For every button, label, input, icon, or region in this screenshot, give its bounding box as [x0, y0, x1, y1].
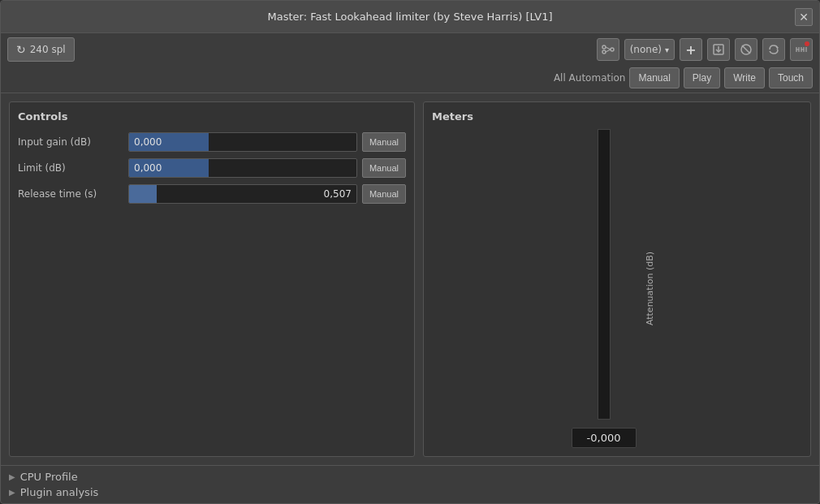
add-icon: +	[685, 42, 696, 58]
cpu-profile-label: CPU Profile	[20, 471, 78, 483]
automation-label: All Automation	[554, 72, 626, 84]
spl-value: 240 spl	[30, 44, 66, 55]
control-row-release: Release time (s) 0,507 Manual	[18, 184, 406, 204]
control-slider-limit[interactable]: 0,000	[128, 158, 357, 178]
plugin-analysis-chevron: ▶	[9, 488, 15, 497]
bypass-button[interactable]	[735, 38, 757, 61]
svg-line-8	[742, 45, 750, 54]
record-dot	[805, 41, 809, 46]
automation-manual-button[interactable]: Manual	[629, 67, 679, 88]
control-row-limit: Limit (dB) 0,000 Manual	[18, 158, 406, 178]
preset-dropdown[interactable]: (none) ▾	[624, 39, 675, 60]
loop-icon	[767, 43, 780, 56]
save-icon	[712, 43, 725, 56]
record-button[interactable]	[790, 38, 813, 61]
control-fill-release	[129, 185, 157, 203]
svg-line-4	[606, 50, 611, 52]
automation-write-button[interactable]: Write	[724, 67, 765, 88]
svg-point-2	[611, 48, 614, 51]
automation-touch-button[interactable]: Touch	[769, 67, 813, 88]
bypass-icon	[740, 43, 753, 56]
save-button[interactable]	[707, 38, 730, 61]
control-mode-btn-input-gain[interactable]: Manual	[362, 132, 406, 152]
meters-title: Meters	[432, 110, 802, 123]
toolbar: ↻ 240 spl (none) ▾	[1, 33, 819, 93]
toolbar-row2: All Automation Manual Play Write Touch	[1, 66, 819, 93]
spl-cycle-icon: ↻	[16, 43, 26, 56]
close-button[interactable]: ✕	[795, 8, 813, 26]
control-label-limit: Limit (dB)	[18, 162, 123, 174]
automation-record-button[interactable]	[762, 38, 785, 61]
svg-point-0	[602, 45, 606, 49]
meter-bar	[598, 129, 611, 420]
toolbar-row1: ↻ 240 spl (none) ▾	[1, 33, 819, 66]
control-label-release: Release time (s)	[18, 188, 123, 200]
route-button[interactable]	[597, 38, 619, 61]
main-content: Controls Input gain (dB) 0,000 Manual Li…	[1, 93, 819, 465]
svg-line-3	[606, 47, 611, 50]
control-slider-release[interactable]: 0,507	[128, 184, 357, 204]
controls-title: Controls	[18, 110, 406, 123]
control-mode-btn-release[interactable]: Manual	[362, 184, 406, 204]
meter-axis-label: Attenuation (dB)	[640, 252, 660, 325]
plugin-analysis-item[interactable]: ▶ Plugin analysis	[9, 486, 811, 498]
chevron-down-icon: ▾	[665, 45, 669, 54]
control-label-input-gain: Input gain (dB)	[18, 136, 123, 148]
controls-panel: Controls Input gain (dB) 0,000 Manual Li…	[9, 101, 415, 457]
svg-point-1	[602, 50, 606, 54]
cpu-profile-chevron: ▶	[9, 472, 15, 481]
main-window: Master: Fast Lookahead limiter (by Steve…	[0, 0, 820, 504]
control-slider-input-gain[interactable]: 0,000	[128, 132, 357, 152]
bottom-section: ▶ CPU Profile ▶ Plugin analysis	[1, 465, 819, 503]
preset-value: (none)	[630, 44, 662, 55]
cpu-profile-item[interactable]: ▶ CPU Profile	[9, 471, 811, 483]
plugin-analysis-label: Plugin analysis	[20, 486, 99, 498]
control-value-input-gain: 0,000	[134, 136, 162, 148]
spl-button[interactable]: ↻ 240 spl	[7, 37, 75, 62]
control-row-input-gain: Input gain (dB) 0,000 Manual	[18, 132, 406, 152]
control-value-limit: 0,000	[134, 162, 162, 174]
meter-value: -0,000	[572, 428, 637, 448]
automation-play-button[interactable]: Play	[684, 67, 720, 88]
window-title: Master: Fast Lookahead limiter (by Steve…	[25, 11, 795, 23]
meters-panel: Meters -0,000 Attenuation (dB)	[423, 101, 811, 457]
add-button[interactable]: +	[680, 38, 702, 61]
meter-area: -0,000 Attenuation (dB)	[432, 129, 802, 448]
route-icon	[601, 42, 615, 57]
title-bar: Master: Fast Lookahead limiter (by Steve…	[1, 1, 819, 33]
control-value-release: 0,507	[324, 188, 352, 200]
control-mode-btn-limit[interactable]: Manual	[362, 158, 406, 178]
